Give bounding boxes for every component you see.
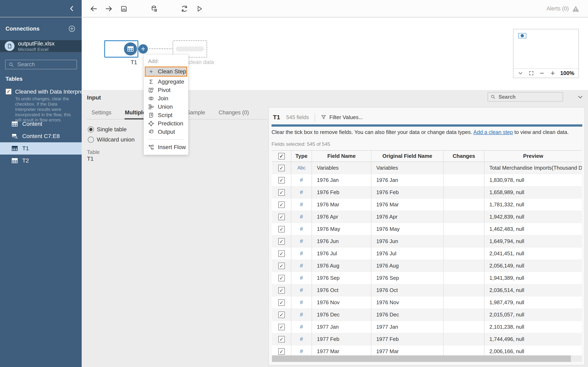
add-connection-button[interactable] [68,25,76,33]
field-name[interactable]: Variables [312,162,371,174]
menu-item-pivot[interactable]: Pivot [144,86,188,94]
menu-item-output[interactable]: Output [144,128,188,136]
field-checkbox[interactable]: ✓ [278,299,285,306]
field-checkbox[interactable]: ✓ [278,189,285,196]
field-type[interactable]: # [291,309,312,321]
field-type[interactable]: # [291,284,312,296]
data-interpreter-checkbox[interactable]: ✓ [6,89,12,95]
sidebar-table-content-c7-e8[interactable]: Content C7:E8 [0,130,82,142]
field-name[interactable]: 1976 Oct [312,284,371,296]
menu-item-insert-flow[interactable]: Insert Flow [144,142,188,152]
field-row-1976-nov[interactable]: ✓ # 1976 Nov 1976 Nov 1,987,479, null [272,296,582,309]
field-type[interactable]: # [291,235,312,247]
toolbar-button-pause-data-updates[interactable] [150,5,158,13]
field-checkbox[interactable]: ✓ [278,214,285,220]
column-header-type[interactable]: Type [291,151,312,161]
menu-item-join[interactable]: Join [144,94,188,103]
radio-button[interactable] [88,126,94,133]
field-name[interactable]: 1976 Sep [312,272,371,284]
field-checkbox[interactable]: ✓ [278,275,285,281]
field-checkbox[interactable]: ✓ [278,287,285,294]
fields-search-input[interactable]: Search [488,92,563,101]
field-type[interactable]: # [291,321,312,333]
field-name[interactable]: 1976 Aug [312,260,371,272]
sidebar-table-t2[interactable]: T2 [0,155,82,167]
field-type[interactable]: # [291,211,312,223]
field-type[interactable]: # [291,186,312,198]
field-row-1976-mar[interactable]: ✓ # 1976 Mar 1976 Mar 1,781,332, null [272,199,582,211]
toolbar-button-separator[interactable] [165,5,173,13]
menu-item-union[interactable]: Union [144,103,188,111]
field-type[interactable]: # [291,248,312,259]
toolbar-button-forward[interactable] [105,5,113,13]
sidebar-search-input[interactable]: Search [5,60,77,69]
field-row-1976-oct[interactable]: ✓ # 1976 Oct 1976 Oct 2,036,514, null [272,284,582,296]
data-interpreter-label[interactable]: Cleaned with Data Interpre... [15,89,88,95]
column-header-changes[interactable]: Changes [444,151,484,161]
field-type[interactable]: # [291,223,312,235]
collapse-pane-icon[interactable] [577,94,584,100]
field-row-1976-jan[interactable]: ✓ # 1976 Jan 1976 Jan 1,830,978, null [272,174,582,186]
field-name[interactable]: 1976 Dec [312,309,371,321]
field-type[interactable]: # [291,174,312,186]
field-checkbox[interactable]: ✓ [278,324,285,330]
field-type[interactable]: # [291,333,312,345]
field-checkbox[interactable]: ✓ [278,336,285,342]
field-row-1976-apr[interactable]: ✓ # 1976 Apr 1976 Apr 1,942,839, null [272,211,582,223]
toolbar-button-save[interactable] [120,5,128,13]
alerts-indicator[interactable]: Alerts (0) [546,0,579,17]
flow-minimap[interactable]: 100% [513,29,579,78]
column-header-original-field-name[interactable]: Original Field Name [371,151,444,161]
field-name[interactable]: 1976 Apr [312,211,371,223]
sidebar-table-content[interactable]: Content [0,118,82,130]
field-type[interactable]: # [291,199,312,211]
menu-item-clean-step[interactable]: + Clean Step [145,67,187,77]
field-checkbox[interactable]: ✓ [278,312,285,318]
menu-item-script[interactable]: Script [144,111,188,119]
toolbar-button-refresh[interactable] [181,5,188,13]
field-name[interactable]: 1976 Jan [312,174,371,186]
field-checkbox[interactable]: ✓ [278,238,285,245]
field-type[interactable]: # [291,260,312,272]
field-type[interactable]: # [291,272,312,284]
field-checkbox[interactable]: ✓ [278,348,285,355]
field-row-1976-jul[interactable]: ✓ # 1976 Jul 1976 Jul 2,041,451, null [272,248,582,260]
add-clean-step-link[interactable]: Add a clean step [474,129,513,135]
tab-settings[interactable]: Settings [91,109,112,119]
field-name[interactable]: 1976 Jun [312,235,371,247]
field-row-1977-feb[interactable]: ✓ # 1977 Feb 1977 Feb 1,744,496, null [272,333,582,345]
menu-item-prediction[interactable]: Prediction [144,119,188,128]
field-row-1976-sep[interactable]: ✓ # 1976 Sep 1976 Sep 1,941,389, null [272,272,582,284]
radio-button[interactable] [88,137,94,143]
field-row-1976-aug[interactable]: ✓ # 1976 Aug 1976 Aug 2,056,149, null [272,260,582,272]
field-name[interactable]: 1976 Nov [312,296,371,309]
toolbar-button-back[interactable] [90,5,98,13]
filter-values-button[interactable]: Filter Values... [321,114,363,120]
add-step-button[interactable]: + [138,44,148,54]
field-type[interactable]: # [291,296,312,309]
field-checkbox[interactable]: ✓ [278,226,285,233]
collapse-sidebar-icon[interactable] [68,5,76,12]
connection-item[interactable]: outputFile.xlsx Microsoft Excel [0,40,82,52]
minimap-collapse-icon[interactable] [518,70,523,76]
zoom-in-icon[interactable] [550,70,555,76]
field-row-1976-dec[interactable]: ✓ # 1976 Dec 1976 Dec 2,015,057, null [272,309,582,321]
field-checkbox[interactable]: ✓ [278,263,285,269]
radio-wildcard-union[interactable]: Wildcard union [88,136,135,143]
field-checkbox[interactable]: ✓ [278,201,285,208]
field-name[interactable]: 1977 Jan [312,321,371,333]
field-checkbox[interactable]: ✓ [278,177,285,184]
horizontal-scrollbar[interactable] [272,355,582,362]
field-name[interactable]: 1976 Feb [312,186,371,198]
radio-single-table[interactable]: Single table [88,126,135,133]
field-name[interactable]: 1976 May [312,223,371,235]
column-header-field-name[interactable]: Field Name [312,151,371,161]
minimap-viewport[interactable] [513,29,579,69]
field-row-variables[interactable]: ✓ Abc Variables Variables Total Merchand… [272,162,582,174]
select-all-checkbox[interactable]: ✓ [278,153,285,159]
field-name[interactable]: 1977 Feb [312,333,371,345]
field-row-1976-jun[interactable]: ✓ # 1976 Jun 1976 Jun 1,649,794, null [272,235,582,248]
field-name[interactable]: 1976 Mar [312,199,371,211]
scrollbar-thumb[interactable] [272,355,571,362]
field-row-1976-feb[interactable]: ✓ # 1976 Feb 1976 Feb 1,658,989, null [272,186,582,199]
